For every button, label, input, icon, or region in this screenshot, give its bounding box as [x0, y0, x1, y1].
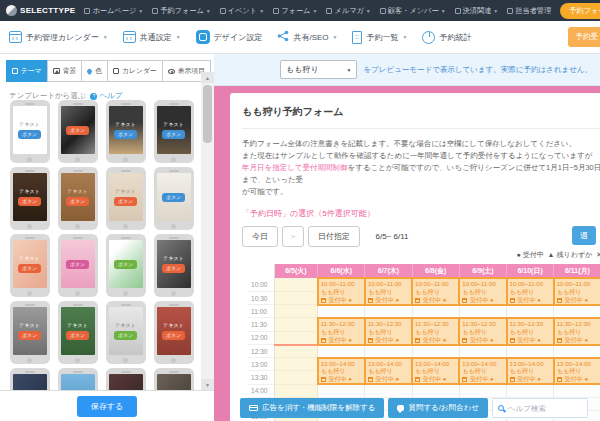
- time-slot-11:30~12:30-6/7(木)[interactable]: 11:30~12:30もも狩り 受付中 ●: [365, 318, 412, 345]
- time-slot-11:30~12:30-6/6(水)[interactable]: 11:30~12:30もも狩り 受付中 ●: [318, 318, 365, 345]
- empty-cell[interactable]: [318, 384, 365, 397]
- time-slot-10:00~11:00-6/9(土)[interactable]: 10:00~11:00もも狩り 受付中 ●: [459, 278, 506, 305]
- template-thumbnail-10[interactable]: ボタン: [58, 234, 98, 297]
- nav-item-0[interactable]: ホームページ▼: [84, 6, 143, 16]
- save-button[interactable]: 保存する: [77, 396, 137, 417]
- selecttype-logo[interactable]: SELECTTYPE: [6, 5, 75, 16]
- time-slot-10:00~11:00-6/7(木)[interactable]: 10:00~11:00もも狩り 受付中 ●: [365, 278, 412, 305]
- template-thumbnail-4[interactable]: テキストボタン: [154, 100, 194, 163]
- empty-cell[interactable]: [412, 305, 459, 318]
- template-thumbnail-8[interactable]: ボタン: [154, 167, 194, 230]
- week-view-button[interactable]: 週: [572, 226, 596, 245]
- time-slot-13:00~14:00-6/10(日)[interactable]: 13:00~14:00もも狩り 受付中 ●: [507, 358, 554, 385]
- empty-cell[interactable]: [459, 345, 506, 358]
- time-slot-10:00~11:00-6/11(月)[interactable]: 10:00~11:00もも狩り 受付中 ●: [554, 278, 600, 305]
- template-thumbnail-1[interactable]: テキストボタン: [10, 100, 50, 163]
- template-thumbnail-17[interactable]: ボタン: [10, 368, 50, 390]
- template-thumbnail-14[interactable]: テキストボタン: [58, 301, 98, 364]
- scrollbar-thumb[interactable]: [203, 85, 212, 143]
- nav-item-4[interactable]: メルマガ▼: [326, 6, 370, 16]
- time-slot-13:00~14:00-6/8(金)[interactable]: 13:00~14:00もも狩り 受付中 ●: [412, 358, 459, 385]
- template-thumbnail-13[interactable]: テキストボタン: [10, 301, 50, 364]
- template-thumbnail-12[interactable]: テキストボタン: [154, 234, 194, 297]
- empty-cell[interactable]: [412, 345, 459, 358]
- template-thumbnail-11[interactable]: ボタン: [106, 234, 146, 297]
- slot-status-label: 受付中: [421, 375, 443, 382]
- empty-cell[interactable]: [554, 384, 600, 397]
- closed-day-cell: [274, 278, 318, 291]
- template-thumbnail-6[interactable]: テキストボタン: [58, 167, 98, 230]
- date-picker-button[interactable]: 日付指定: [308, 226, 360, 247]
- time-slot-11:30~12:30-6/11(月)[interactable]: 11:30~12:30もも狩り 受付中 ●: [554, 318, 600, 345]
- time-slot-13:00~14:00-6/6(水)[interactable]: 13:00~14:00もも狩り 受付中 ●: [318, 358, 365, 385]
- time-slot-13:00~14:00-6/9(土)[interactable]: 13:00~14:00もも狩り 受付中 ●: [459, 358, 506, 385]
- empty-cell[interactable]: [507, 305, 554, 318]
- scrollbar-down-arrow-icon[interactable]: ▼: [201, 379, 214, 390]
- template-thumbnail-7[interactable]: テキストボタン: [106, 167, 146, 230]
- empty-cell[interactable]: [507, 384, 554, 397]
- tab-カレンダー[interactable]: カレンダー: [107, 60, 163, 82]
- slot-time-range: 11:30~12:30: [557, 320, 600, 328]
- toolbar-item-1[interactable]: 共通設定▼: [123, 31, 181, 43]
- help-search-input[interactable]: [508, 404, 580, 413]
- scrollbar-up-arrow-icon[interactable]: ▲: [201, 72, 214, 83]
- empty-cell[interactable]: [554, 345, 600, 358]
- time-slot-11:30~12:30-6/10(日)[interactable]: 11:30~12:30もも狩り 受付中 ●: [507, 318, 554, 345]
- time-slot-13:00~14:00-6/11(月)[interactable]: 13:00~14:00もも狩り 受付中 ●: [554, 358, 600, 385]
- slot-name: もも狩り: [462, 367, 505, 375]
- contact-button[interactable]: 質問する/お問合わせ: [388, 398, 487, 418]
- empty-cell[interactable]: [365, 305, 412, 318]
- template-thumbnail-3[interactable]: テキストボタン: [106, 100, 146, 163]
- empty-cell[interactable]: [554, 305, 600, 318]
- template-thumbnail-20[interactable]: テキストボタン: [154, 368, 194, 390]
- template-thumbnail-18[interactable]: テキストボタン: [58, 368, 98, 390]
- toolbar-item-2[interactable]: デザイン設定: [196, 30, 263, 44]
- time-slot-13:00~14:00-6/7(木)[interactable]: 13:00~14:00もも狩り 受付中 ●: [365, 358, 412, 385]
- remove-ads-button[interactable]: 広告を消す・機能制限を解除する: [240, 398, 384, 418]
- template-thumbnail-9[interactable]: テキストボタン: [10, 234, 50, 297]
- time-slot-11:30~12:30-6/8(金)[interactable]: 11:30~12:30もも狩り 受付中 ●: [412, 318, 459, 345]
- reservation-status-button[interactable]: 予約受: [568, 27, 600, 47]
- empty-cell[interactable]: [365, 384, 412, 397]
- toolbar-item-3[interactable]: 共有/SEO▼: [277, 30, 337, 44]
- toolbar-item-0[interactable]: 予約管理カレンダー▼: [9, 31, 108, 43]
- time-slot-10:00~11:00-6/6(水)[interactable]: 10:00~11:00もも狩り 受付中 ●: [318, 278, 365, 305]
- nav-item-1[interactable]: 予約フォーム▼: [152, 6, 211, 16]
- empty-cell[interactable]: [412, 384, 459, 397]
- time-slot-10:00~11:00-6/10(日)[interactable]: 10:00~11:00もも狩り 受付中 ●: [507, 278, 554, 305]
- empty-cell[interactable]: [318, 305, 365, 318]
- template-text-label: テキスト: [115, 189, 135, 194]
- period-control-link[interactable]: 年月日を指定して受付期間制御: [242, 163, 348, 172]
- tab-色[interactable]: 色: [81, 60, 108, 82]
- template-thumbnail-2[interactable]: ボタン: [58, 100, 98, 163]
- template-button-label: ボタン: [18, 331, 41, 340]
- empty-cell[interactable]: [365, 345, 412, 358]
- time-label: 12:00: [248, 331, 274, 344]
- tab-テーマ[interactable]: テーマ: [6, 60, 48, 82]
- template-thumbnail-15[interactable]: テキストボタン: [106, 301, 146, 364]
- time-slot-10:00~11:00-6/8(金)[interactable]: 10:00~11:00もも狩り 受付中 ●: [412, 278, 459, 305]
- empty-cell[interactable]: [507, 345, 554, 358]
- preview-form-select[interactable]: もも狩り ▼: [280, 60, 357, 79]
- time-slot-11:30~12:30-6/9(土)[interactable]: 11:30~12:30もも狩り 受付中 ●: [459, 318, 506, 345]
- empty-cell[interactable]: [318, 345, 365, 358]
- template-thumbnail-16[interactable]: テキストボタン: [154, 301, 194, 364]
- nav-item-2[interactable]: イベント▼: [220, 6, 264, 16]
- show-reservation-form-button[interactable]: 予約フォームを表示 ▼: [560, 3, 600, 19]
- search-icon[interactable]: [498, 405, 504, 411]
- template-thumbnail-19[interactable]: テキストボタン: [106, 368, 146, 390]
- nav-item-3[interactable]: フォーム▼: [273, 6, 317, 16]
- empty-cell[interactable]: [459, 384, 506, 397]
- nav-item-5[interactable]: 顧客・メンバー▼: [380, 6, 446, 16]
- toolbar-item-5[interactable]: 予約統計: [422, 31, 471, 44]
- next-week-button[interactable]: ＞: [282, 226, 304, 247]
- toolbar-item-4[interactable]: 予約一覧▼: [352, 31, 407, 44]
- nav-item-7[interactable]: 担当者管理: [507, 6, 551, 16]
- tab-背景[interactable]: 背景: [47, 60, 83, 82]
- sidebar-scrollbar[interactable]: ▲ ▼: [201, 72, 214, 390]
- nav-item-6[interactable]: 決済関連▼: [455, 6, 499, 16]
- chevron-down-icon: ▼: [493, 8, 498, 14]
- empty-cell[interactable]: [459, 305, 506, 318]
- template-thumbnail-5[interactable]: テキストボタン: [10, 167, 50, 230]
- today-button[interactable]: 今日: [242, 226, 278, 247]
